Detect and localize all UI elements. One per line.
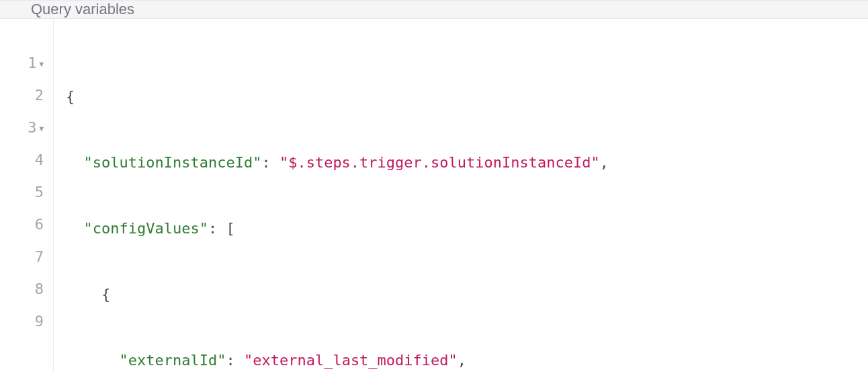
line-number: 1▼ xyxy=(0,47,53,79)
fold-toggle-icon[interactable]: ▼ xyxy=(39,60,44,69)
line-number: 8 xyxy=(0,273,53,305)
line-number: 9 xyxy=(0,305,53,338)
code-line: "externalId": "external_last_modified", xyxy=(66,344,868,372)
code-line: { xyxy=(66,81,868,113)
line-number: 2 xyxy=(0,79,53,112)
line-number: 7 xyxy=(0,241,53,273)
line-number-gutter: 1▼ 2 3▼ 4 5 6 7 8 9 xyxy=(0,19,54,372)
line-number: 4 xyxy=(0,144,53,176)
code-content[interactable]: { "solutionInstanceId": "$.steps.trigger… xyxy=(54,19,868,372)
code-line: { xyxy=(66,278,868,311)
code-line: "configValues": [ xyxy=(66,213,868,245)
code-line: "solutionInstanceId": "$.steps.trigger.s… xyxy=(66,147,868,179)
line-number: 5 xyxy=(0,176,53,209)
line-number: 6 xyxy=(0,209,53,241)
fold-toggle-icon[interactable]: ▼ xyxy=(39,124,44,133)
code-editor[interactable]: 1▼ 2 3▼ 4 5 6 7 8 9 { "solutionInstanceI… xyxy=(0,19,868,372)
panel-header[interactable]: Query variables xyxy=(0,0,868,19)
query-variables-panel: Query variables 1▼ 2 3▼ 4 5 6 7 8 9 { "s… xyxy=(0,0,868,372)
line-number: 3▼ xyxy=(0,112,53,144)
panel-title: Query variables xyxy=(31,1,134,18)
